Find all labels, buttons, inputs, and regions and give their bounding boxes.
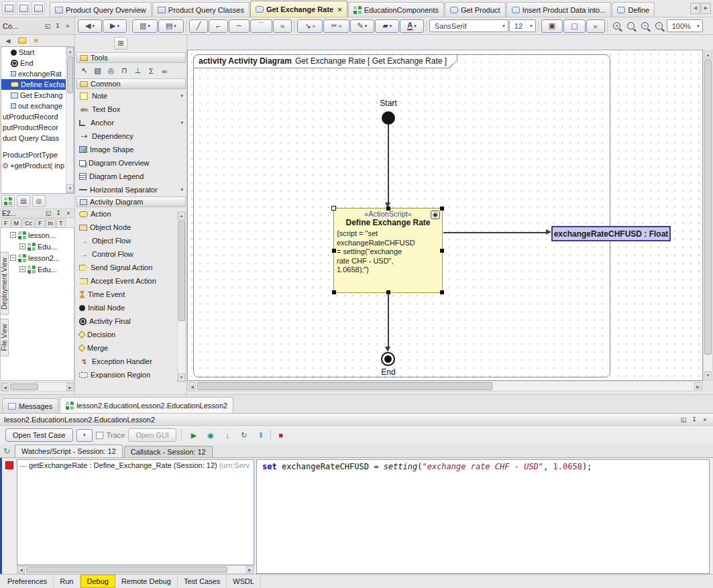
palette-item[interactable]: Diagram Overview bbox=[76, 156, 186, 170]
tree-item[interactable]: + Edu... bbox=[10, 241, 73, 252]
close-panel-icon[interactable]: × bbox=[64, 210, 72, 217]
select-tool-icon[interactable]: ↖ bbox=[78, 65, 91, 77]
step-into-icon[interactable]: ↓ bbox=[220, 428, 235, 442]
selection-handle[interactable] bbox=[440, 249, 444, 253]
horizontal-scrollbar[interactable]: ◀ ▶ bbox=[1, 382, 74, 392]
tree-item[interactable]: duct Query Class bbox=[1, 133, 74, 143]
highlighter-icon[interactable]: ▰ ▾ bbox=[375, 19, 399, 33]
more-tools-icon[interactable]: » bbox=[586, 19, 605, 33]
scroll-left-icon[interactable]: ◀ bbox=[188, 382, 196, 390]
document-tab[interactable]: Product Query Overview bbox=[50, 2, 152, 17]
close-panel-icon[interactable]: × bbox=[64, 23, 72, 30]
run-icon[interactable]: ▶ bbox=[186, 428, 201, 442]
stop-sessions-icon[interactable]: ■ bbox=[274, 428, 288, 442]
selection-handle[interactable] bbox=[332, 290, 336, 294]
font-family-select[interactable]: SansSerif ▾ bbox=[429, 19, 508, 32]
browser-tab[interactable]: M bbox=[11, 219, 22, 227]
align-tool-icon[interactable]: ⊥ bbox=[131, 65, 144, 77]
canvas-horizontal-scrollbar[interactable]: ◀ ▶ bbox=[187, 381, 703, 392]
status-mode-tab[interactable]: Test Cases bbox=[178, 575, 227, 588]
side-tab[interactable]: File View bbox=[0, 318, 9, 356]
copy-icon[interactable]: ▢ bbox=[563, 19, 585, 33]
palette-item[interactable]: Activity Final bbox=[76, 314, 186, 328]
containment-view-icon[interactable]: ▤ bbox=[17, 195, 30, 207]
open-folder-icon[interactable] bbox=[17, 36, 28, 46]
document-tab[interactable]: Insert Product Data into... bbox=[506, 2, 612, 17]
palette-item[interactable]: Horizontal Separator ▾ bbox=[76, 183, 186, 196]
marquee-tool-icon[interactable]: ▧ bbox=[91, 65, 104, 77]
browser-tab[interactable]: T bbox=[56, 219, 66, 227]
bottom-panel-tab[interactable]: lesson2.EducationLesson2.EducationLesson… bbox=[60, 397, 233, 413]
debugger-tab[interactable]: Callstack - Session: 12 bbox=[124, 446, 213, 457]
run-to-cursor-icon[interactable]: ◉ bbox=[203, 428, 218, 442]
browser-tab[interactable]: F bbox=[36, 219, 45, 227]
containment-tree[interactable]: Start End exchangeRat Define Excha Get E… bbox=[1, 46, 74, 194]
diagram-window-icon-3[interactable] bbox=[32, 1, 45, 15]
paste-icon[interactable]: ▣ bbox=[541, 19, 563, 33]
float-panel-icon[interactable]: ◱ bbox=[44, 23, 52, 30]
canvas-vertical-scrollbar[interactable]: ▲ ▼ bbox=[703, 50, 713, 381]
sum-tool-icon[interactable]: Σ bbox=[145, 65, 158, 77]
palette-item[interactable]: Anchor ▾ bbox=[76, 116, 186, 129]
palette-item[interactable]: ↯ Exception Handler bbox=[76, 355, 186, 368]
palette-item[interactable]: Decision bbox=[76, 328, 186, 341]
bottom-panel-tab[interactable]: Messages bbox=[2, 398, 58, 413]
diagram-view-icon[interactable]: ◎ bbox=[32, 195, 46, 207]
palette-item[interactable]: Send Signal Action bbox=[76, 261, 186, 274]
tree-item[interactable]: ProductPortType bbox=[1, 150, 74, 160]
palette-item[interactable]: Diagram Legend bbox=[76, 170, 186, 183]
tree-scrollbar[interactable]: ▲ ▼ bbox=[66, 47, 74, 193]
open-test-case-button[interactable]: Open Test Case bbox=[5, 428, 73, 442]
curve-tool-icon[interactable]: ∼ bbox=[229, 19, 250, 33]
watch-item[interactable]: — getExchangeRate : Define_Exchange_Rate… bbox=[17, 460, 254, 471]
document-tab[interactable]: Get Product bbox=[445, 2, 506, 17]
session-refresh-icon[interactable]: ↻ bbox=[1, 445, 12, 457]
scroll-up-icon[interactable]: ▲ bbox=[66, 48, 74, 56]
scrollbar-thumb[interactable] bbox=[178, 221, 185, 321]
palette-scrollbar[interactable]: ▲ ▼ bbox=[177, 211, 186, 382]
scroll-up-icon[interactable]: ▲ bbox=[704, 51, 712, 59]
palette-header-activity[interactable]: Activity Diagram bbox=[76, 196, 186, 207]
watches-horizontal-scrollbar[interactable]: ◀ ▶ bbox=[17, 565, 254, 574]
close-panel-icon[interactable]: × bbox=[701, 416, 709, 423]
step-over-icon[interactable]: ↻ bbox=[237, 428, 252, 442]
watches-list[interactable]: — getExchangeRate : Define_Exchange_Rate… bbox=[17, 459, 254, 565]
tree-item[interactable]: utProductRecord bbox=[1, 111, 74, 122]
object-node-exchange-rate[interactable]: exchangeRateCHFUSD : Float bbox=[551, 226, 671, 241]
chevron-down-icon[interactable]: ▾ bbox=[180, 120, 183, 125]
palette-item[interactable]: Expansion Region bbox=[76, 368, 186, 381]
arc-tool-icon[interactable]: ⌒ bbox=[250, 19, 272, 33]
tree-item[interactable]: Define Excha bbox=[1, 79, 74, 90]
pin-panel-icon[interactable]: ↧ bbox=[690, 416, 698, 423]
tree-item[interactable]: Start bbox=[1, 47, 74, 58]
tree-item[interactable]: + Edu... bbox=[10, 263, 73, 275]
float-panel-icon[interactable]: ◱ bbox=[679, 416, 688, 423]
diagram-canvas[interactable]: activity Activity DiagramGet Exchange Ra… bbox=[187, 50, 703, 381]
palette-header-common[interactable]: Common bbox=[76, 78, 186, 89]
tree-item[interactable]: exchangeRat bbox=[1, 68, 74, 79]
status-mode-tab[interactable]: Remote Debug bbox=[115, 575, 178, 588]
swimlanes-icon[interactable]: ▥ ▾ bbox=[132, 19, 158, 33]
selection-handle[interactable] bbox=[332, 249, 336, 253]
scroll-right-icon[interactable]: ▶ bbox=[694, 382, 702, 390]
close-icon[interactable]: × bbox=[337, 5, 341, 13]
chevron-down-icon[interactable]: ▾ bbox=[180, 187, 183, 192]
tree-item[interactable]: − lesson... bbox=[10, 229, 73, 241]
palette-item[interactable]: abc Text Box bbox=[76, 103, 186, 116]
forward-icon[interactable]: ▶ ▾ bbox=[103, 19, 127, 33]
document-tab[interactable]: EducationComponents bbox=[348, 2, 444, 17]
status-mode-tab[interactable]: Debug bbox=[80, 575, 115, 588]
palette-item[interactable]: Merge bbox=[76, 341, 186, 355]
pause-icon[interactable]: ‖ bbox=[254, 428, 268, 442]
zoom-icon[interactable] bbox=[624, 19, 638, 33]
palette-item[interactable]: Action ▾ bbox=[76, 207, 186, 221]
tree-item[interactable]: Get Exchang bbox=[1, 90, 74, 101]
scrollbar-thumb[interactable] bbox=[26, 567, 227, 573]
zoom-tool-icon[interactable]: ◎ bbox=[105, 65, 117, 77]
palette-item[interactable]: Note ▾ bbox=[76, 89, 186, 103]
font-color-icon[interactable]: A ▾ bbox=[400, 19, 423, 33]
tree-item[interactable]: putProductRecor bbox=[1, 122, 74, 133]
tree-item[interactable]: − lesson2... bbox=[10, 252, 73, 263]
debugger-tab[interactable]: Watches/Script - Session: 12 bbox=[15, 445, 123, 457]
control-flow[interactable] bbox=[388, 125, 389, 202]
